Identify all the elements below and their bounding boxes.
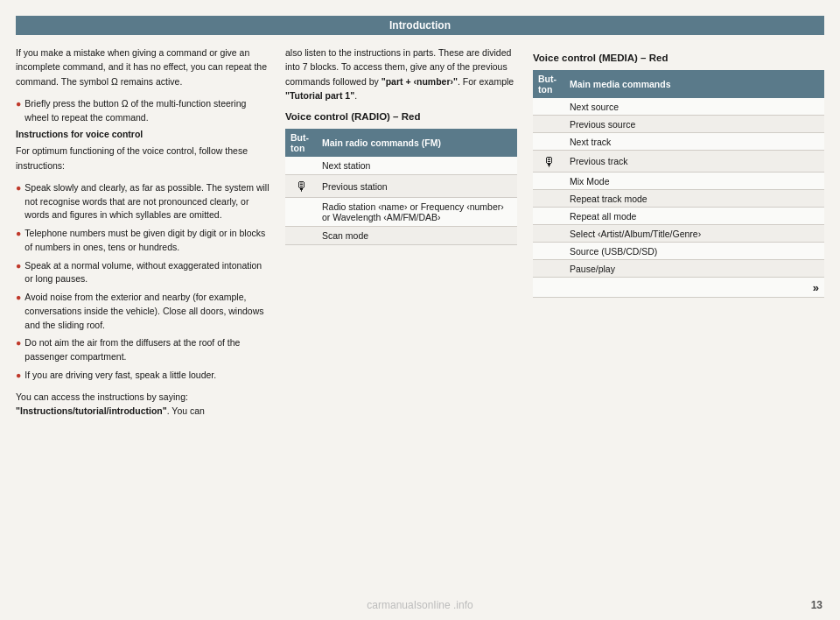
media-section-title: Voice control (MEDIA) – Red [533,53,824,63]
footer-bold: "Instructions/tutorial/introduction" [16,405,167,416]
table-row: » [533,278,824,298]
table-row: Scan mode [285,227,517,245]
middle-column: also listen to the instructions in parts… [285,46,517,592]
header-bar: Introduction [16,16,824,35]
intro-paragraph: If you make a mistake when giving a comm… [16,46,270,88]
intro-text: If you make a mistake when giving a comm… [16,46,270,88]
table-row: Next track [533,133,824,151]
media-cmd-6: Repeat track mode [564,190,824,208]
radio-col2-header: Main radio commands (FM) [317,129,517,157]
radio-section-title: Voice control (RADIO) – Red [285,111,517,122]
media-cmd-9: Source (USB/CD/SD) [564,243,824,260]
media-col2-header: Main media commands [564,70,824,98]
table-row: Repeat all mode [533,208,824,225]
voice-icon-media: 🎙 [542,154,556,169]
bullet-7: ● If you are driving very fast, speak a … [16,369,270,383]
media-btn-9 [533,243,564,260]
bullet-6: ● Do not aim the air from the diffusers … [16,336,270,364]
table-row: Source (USB/CD/SD) [533,243,824,260]
bullet-text-7: If you are driving very fast, speak a li… [24,369,216,383]
left-column: If you make a mistake when giving a comm… [16,46,270,592]
radio-cmd-1: Next station [317,157,517,175]
media-btn-6 [533,190,564,208]
table-row: Pause/play [533,260,824,278]
media-btn-8 [533,225,564,243]
footer-text-1: You can access the instructions by sayin… [16,391,188,402]
table-row: Radio station ‹name› or Frequency ‹numbe… [285,198,517,227]
media-col1-header: But-ton [533,70,564,98]
bullet-text-2: Speak slowly and clearly, as far as poss… [24,181,270,222]
media-cmd-5: Mix Mode [564,173,824,190]
footer-text: You can access the instructions by sayin… [16,390,270,419]
media-cmd-4: Previous track [564,151,824,173]
bullet-4: ● Speak at a normal volume, without exag… [16,259,270,287]
radio-cmd-4: Scan mode [317,227,517,245]
bullet-2: ● Speak slowly and clearly, as far as po… [16,181,270,222]
table-row: Next source [533,98,824,116]
table-row: Select ‹Artist/Album/Title/Genre› [533,225,824,243]
bullet-dot-7: ● [16,369,21,383]
bullet-text-1: Briefly press the button Ω of the multi-… [24,97,270,125]
media-cmd-1: Next source [564,98,824,116]
page-number: 13 [811,599,822,611]
page: Introduction If you make a mistake when … [0,0,840,620]
media-commands-table: But-ton Main media commands Next source … [533,70,824,298]
media-cmd-2: Previous source [564,116,824,133]
instructions-text: For optimum functioning of the voice con… [16,144,270,173]
voice-icon-radio: 🎙 [295,179,308,194]
radio-btn-1 [285,157,317,175]
media-btn-1 [533,98,564,116]
table-row: 🎙 Previous track [533,151,824,173]
table-row: Mix Mode [533,173,824,190]
content-area: If you make a mistake when giving a comm… [16,46,824,592]
media-btn-7 [533,208,564,225]
bullet-dot-5: ● [16,291,21,332]
bullet-dot-6: ● [16,336,21,364]
bullet-5: ● Avoid noise from the exterior and near… [16,291,270,332]
radio-btn-4 [285,227,317,245]
media-btn-arrow [533,278,564,298]
header-title: Introduction [389,19,451,32]
table-row: Previous source [533,116,824,133]
media-btn-2 [533,116,564,133]
table-row: 🎙 Previous station [285,175,517,198]
radio-col1-header: But-ton [285,129,317,157]
bullet-dot-3: ● [16,227,21,255]
media-btn-3 [533,133,564,151]
media-btn-4: 🎙 [533,151,564,173]
middle-intro: also listen to the instructions in parts… [285,46,517,102]
table-row: Next station [285,157,517,175]
footer-rest: . You can [167,405,205,416]
bullet-dot-4: ● [16,259,21,287]
bullet-text-4: Speak at a normal volume, without exagge… [24,259,270,287]
radio-cmd-2: Previous station [317,175,517,198]
watermark: carmanuaIsonIine .info [0,599,840,611]
radio-btn-2: 🎙 [285,175,317,198]
bullet-dot-2: ● [16,181,21,222]
media-btn-10 [533,260,564,278]
bullet-dot-1: ● [16,97,21,125]
bullet-1: ● Briefly press the button Ω of the mult… [16,97,270,125]
media-btn-5 [533,173,564,190]
radio-btn-3 [285,198,317,227]
media-cmd-10: Pause/play [564,260,824,278]
media-cmd-arrow: » [564,278,824,298]
right-column: Voice control (MEDIA) – Red But-ton Main… [533,46,824,592]
media-cmd-7: Repeat all mode [564,208,824,225]
media-cmd-8: Select ‹Artist/Album/Title/Genre› [564,225,824,243]
media-cmd-3: Next track [564,133,824,151]
bullet-text-5: Avoid noise from the exterior and nearby… [24,291,270,332]
middle-intro-text: also listen to the instructions in parts… [285,47,514,101]
bullet-text-3: Telephone numbers must be given digit by… [24,227,270,255]
table-row: Repeat track mode [533,190,824,208]
bullet-3: ● Telephone numbers must be given digit … [16,227,270,255]
instructions-heading: Instructions for voice control [16,129,270,139]
radio-commands-table: But-ton Main radio commands (FM) Next st… [285,129,517,245]
bullet-text-6: Do not aim the air from the diffusers at… [24,336,270,364]
radio-cmd-3: Radio station ‹name› or Frequency ‹numbe… [317,198,517,227]
